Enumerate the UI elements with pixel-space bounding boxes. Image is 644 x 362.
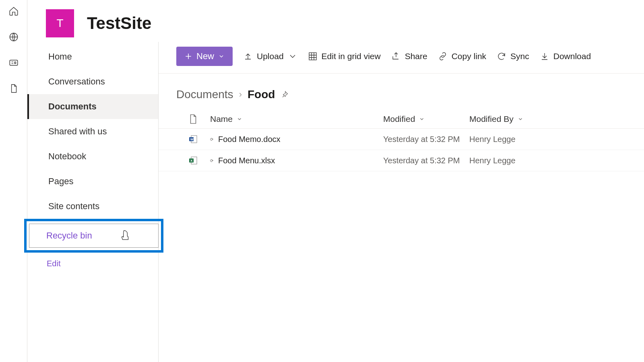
list-row[interactable]: W ⟳ Food Memo.docx Yesterday at 5:32 PM … — [159, 129, 644, 150]
file-modified: Yesterday at 5:32 PM — [383, 135, 460, 144]
breadcrumb-root[interactable]: Documents — [176, 88, 233, 101]
grid-icon — [308, 51, 318, 61]
upload-label: Upload — [257, 51, 284, 61]
download-label: Download — [553, 51, 591, 61]
chevron-down-icon — [288, 51, 297, 61]
download-icon — [540, 51, 549, 61]
home-icon[interactable] — [8, 6, 19, 17]
column-modified-by-label: Modified By — [469, 114, 514, 124]
excel-file-icon: X — [188, 156, 198, 165]
sync-status-icon: ⟳ — [210, 158, 213, 163]
chevron-down-icon — [518, 116, 523, 122]
nav-documents[interactable]: Documents — [27, 94, 158, 119]
svg-text:W: W — [190, 138, 194, 141]
svg-rect-2 — [309, 53, 316, 60]
file-name[interactable]: Food Memo.docx — [218, 135, 281, 144]
nav-site-contents[interactable]: Site contents — [27, 194, 158, 219]
edit-grid-button[interactable]: Edit in grid view — [308, 51, 381, 61]
download-button[interactable]: Download — [540, 51, 591, 61]
list-row[interactable]: X ⟳ Food Menu.xlsx Yesterday at 5:32 PM … — [159, 150, 644, 171]
file-name[interactable]: Food Menu.xlsx — [218, 156, 275, 165]
upload-icon — [243, 51, 253, 61]
column-type[interactable] — [176, 114, 210, 124]
column-modified-by[interactable]: Modified By — [469, 114, 644, 124]
column-modified[interactable]: Modified — [383, 114, 469, 124]
breadcrumb-current: Food — [248, 88, 275, 101]
chevron-right-icon: › — [239, 89, 242, 100]
app-rail — [0, 0, 27, 362]
upload-button[interactable]: Upload — [243, 51, 297, 61]
nav-recycle-bin-label: Recycle bin — [46, 230, 92, 241]
copy-link-label: Copy link — [452, 51, 486, 61]
svg-text:X: X — [190, 159, 193, 162]
copy-link-button[interactable]: Copy link — [438, 51, 486, 61]
svg-rect-1 — [10, 60, 18, 66]
cursor-icon — [120, 229, 130, 241]
new-button[interactable]: New — [176, 47, 233, 66]
breadcrumb: Documents › Food — [159, 74, 644, 110]
plus-icon — [184, 52, 192, 60]
sync-status-icon: ⟳ — [210, 137, 213, 142]
nav-shared-with-us[interactable]: Shared with us — [27, 119, 158, 144]
globe-icon[interactable] — [8, 31, 19, 43]
chevron-down-icon — [419, 116, 425, 122]
share-label: Share — [405, 51, 427, 61]
site-logo[interactable]: T — [46, 9, 74, 37]
left-nav: Home Conversations Documents Shared with… — [27, 42, 159, 362]
link-icon — [438, 51, 448, 61]
file-modified: Yesterday at 5:32 PM — [383, 156, 460, 165]
file-type-icon — [189, 114, 198, 124]
pin-icon[interactable] — [281, 90, 289, 99]
chevron-down-icon — [218, 53, 225, 60]
nav-edit[interactable]: Edit — [27, 259, 158, 268]
share-button[interactable]: Share — [391, 51, 427, 61]
word-file-icon: W — [188, 134, 198, 144]
chevron-down-icon — [237, 116, 242, 122]
sync-icon — [497, 51, 506, 61]
list-header: Name Modified Modified By — [159, 110, 644, 129]
nav-home[interactable]: Home — [27, 44, 158, 69]
share-icon — [391, 51, 401, 61]
document-area: New Upload Edit in grid view Share — [159, 42, 644, 362]
column-name[interactable]: Name — [210, 114, 383, 124]
file-modified-by: Henry Legge — [469, 135, 516, 144]
column-name-label: Name — [210, 114, 233, 124]
nav-notebook[interactable]: Notebook — [27, 144, 158, 169]
nav-conversations[interactable]: Conversations — [27, 69, 158, 94]
site-title[interactable]: TestSite — [87, 14, 151, 33]
column-modified-label: Modified — [383, 114, 415, 124]
file-icon[interactable] — [8, 83, 19, 94]
nav-recycle-bin-highlight: Recycle bin — [24, 219, 163, 253]
nav-recycle-bin[interactable]: Recycle bin — [29, 224, 159, 248]
edit-grid-label: Edit in grid view — [322, 51, 381, 61]
new-button-label: New — [196, 51, 214, 62]
nav-pages[interactable]: Pages — [27, 169, 158, 194]
file-modified-by: Henry Legge — [469, 156, 516, 165]
toolbar: New Upload Edit in grid view Share — [159, 42, 644, 74]
news-icon[interactable] — [8, 57, 19, 68]
site-header: T TestSite — [27, 0, 644, 42]
sync-label: Sync — [510, 51, 529, 61]
sync-button[interactable]: Sync — [497, 51, 529, 61]
